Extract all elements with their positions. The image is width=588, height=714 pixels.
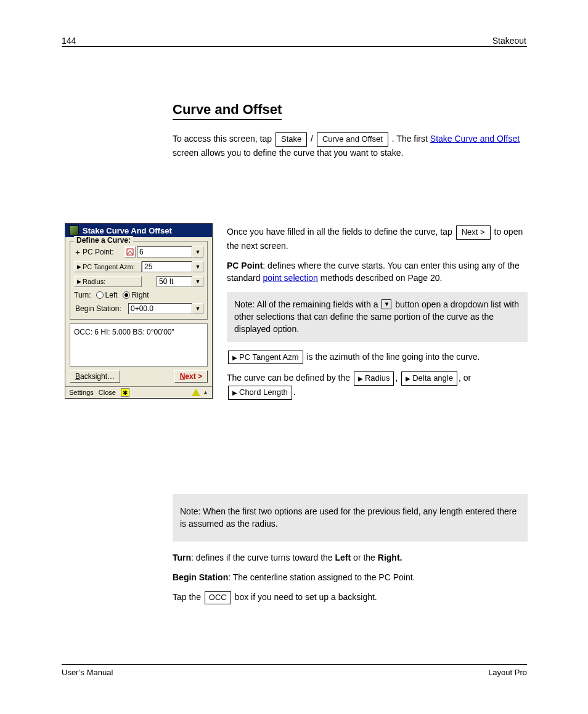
page-footer: User’s Manual Layout Pro	[62, 668, 527, 677]
radius-input[interactable]: 50 ft	[157, 276, 192, 287]
begin-station-label: Begin Station:	[74, 304, 128, 313]
stake-button-ref: Stake	[276, 132, 307, 147]
close-link[interactable]: Close	[99, 389, 116, 396]
t: The curve can be defined by the	[227, 373, 353, 383]
intro-text: screen allows you to define the curve th…	[173, 148, 403, 158]
stake-curve-and-offset-link[interactable]: Stake Curve and Offset	[430, 134, 520, 144]
t: .	[440, 273, 443, 283]
turn-right-radio[interactable]: Right	[123, 291, 149, 299]
note-2-box: Note: When the first two options are use…	[173, 494, 528, 542]
delta-angle-label-ref: ▶Delta angle	[401, 371, 457, 386]
begin-station-text: Begin Station: The centerline station as…	[173, 571, 528, 583]
t: , or	[459, 373, 471, 383]
settings-link[interactable]: Settings	[69, 389, 94, 396]
group-legend: Define a Curve:	[74, 236, 133, 245]
turn-left-radio[interactable]: Left	[96, 291, 118, 299]
dropdown-icon-ref: ▼	[382, 299, 391, 309]
header-rule	[62, 46, 527, 47]
intro-paragraphs: To access this screen, tap Stake / Curve…	[173, 132, 527, 166]
radius-label-ref: ▶Radius	[354, 371, 394, 386]
stake-curve-dialog: Stake Curve And Offset Define a Curve: +…	[65, 223, 213, 399]
body-text-right: Once you have filled in all the fields t…	[227, 225, 528, 407]
pc-tangent-dropdown[interactable]: ▼	[192, 261, 203, 272]
dialog-footer: Settings Close ✱ ▲	[65, 386, 212, 398]
body-text-full: Note: When the first two options are use…	[173, 492, 528, 612]
footer-right: Layout Pro	[488, 668, 527, 677]
note-1-box: Note: All of the remaining fields with a…	[227, 292, 528, 342]
pc-tangent-input[interactable]: 25	[142, 261, 192, 272]
curve-and-offset-button-ref: Curve and Offset	[317, 132, 388, 147]
note-2: Note: When the first two options are use…	[180, 506, 517, 529]
plus-icon: +	[74, 248, 81, 257]
page-number-top: 144	[62, 36, 76, 46]
note-1: Note: All of the remaining fields with a	[234, 299, 380, 309]
intro-text: /	[311, 134, 316, 144]
pc-point-label: PC Point:	[81, 248, 125, 256]
t: is the azimuth of the line going into th…	[306, 352, 480, 362]
star-icon[interactable]: ✱	[121, 388, 129, 397]
dialog-title: Stake Curve And Offset	[83, 226, 172, 235]
point-picker-button[interactable]	[125, 246, 136, 258]
next-button[interactable]: Next >	[174, 370, 208, 383]
intro-text: . The first	[392, 134, 430, 144]
dialog-titlebar: Stake Curve And Offset	[65, 224, 212, 237]
occ-box-ref: OCC	[205, 591, 231, 604]
begin-station-dropdown[interactable]: ▼	[192, 303, 203, 314]
backsight-button[interactable]: Backsight…	[70, 370, 120, 383]
begin-station-input[interactable]: 0+00.0	[128, 303, 192, 314]
page-ref: 20	[430, 273, 440, 283]
app-icon	[69, 225, 79, 235]
point-selection-link[interactable]: point selection	[263, 273, 318, 283]
warning-icon	[192, 389, 200, 396]
next-button-ref: Next >	[456, 225, 491, 240]
backsight-label: acksight…	[80, 372, 115, 381]
radius-dropdown[interactable]: ▼	[192, 276, 203, 287]
intro-text: To access this screen, tap	[173, 134, 274, 144]
turn-text: Turn: defines if the curve turns toward …	[173, 551, 528, 564]
pc-point-input[interactable]: 6	[137, 246, 192, 258]
footer-left: User’s Manual	[62, 668, 113, 677]
footer-rule	[62, 664, 527, 665]
occ-status-box[interactable]: OCC: 6 HI: 5.000 BS: 0°00'00"	[70, 323, 208, 367]
pc-tangent-azm-label-ref: ▶PC Tangent Azm	[228, 351, 303, 365]
t: ,	[395, 373, 400, 383]
define-curve-group: Define a Curve: + PC Point: 6 ▼ ▶PC Tang…	[70, 241, 208, 320]
pc-point-dropdown[interactable]: ▼	[192, 246, 203, 258]
pc-point-term: PC Point	[227, 261, 263, 270]
section-heading: Curve and Offset	[173, 102, 282, 120]
radius-button[interactable]: ▶Radius:	[74, 276, 142, 287]
t: .	[293, 387, 296, 397]
scroll-up-icon[interactable]: ▲	[203, 389, 208, 396]
t: methods described on Page	[318, 273, 430, 283]
turn-label: Turn:	[74, 291, 91, 299]
chord-length-label-ref: ▶Chord Length	[228, 386, 292, 400]
t: box if you need to set up a backsight.	[235, 592, 377, 602]
t: Tap the	[173, 592, 203, 602]
page-header-label: Stakeout	[492, 36, 526, 46]
pc-tangent-azm-button[interactable]: ▶PC Tangent Azm:	[74, 261, 142, 272]
